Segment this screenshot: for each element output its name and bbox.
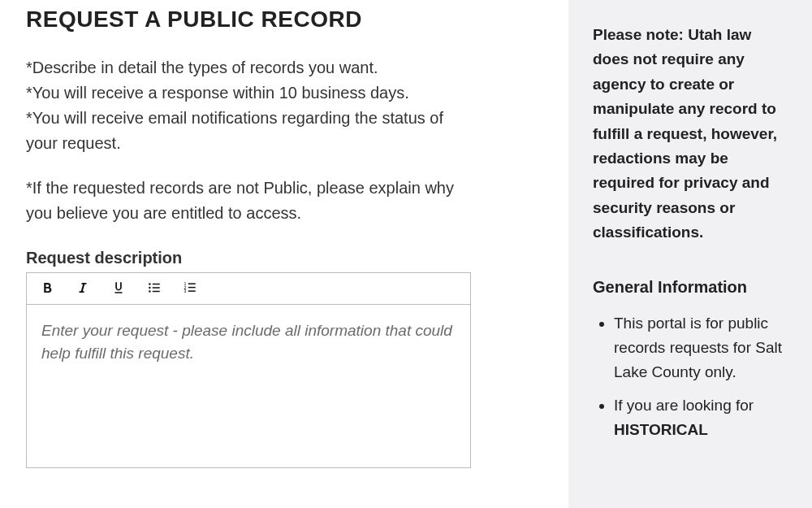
instruction-line: *Describe in detail the types of records… [26,55,471,80]
instruction-line: *You will receive email notifications re… [26,106,471,156]
svg-text:3: 3 [184,289,187,293]
svg-rect-3 [153,287,160,289]
svg-point-2 [149,286,150,288]
bold-icon [40,280,54,297]
underline-button[interactable] [110,280,127,297]
request-description-textarea[interactable]: Enter your request - please include all … [27,305,470,467]
bullet-list-icon [147,280,162,297]
request-description-label: Request description [26,249,471,267]
svg-point-0 [149,283,150,284]
editor-toolbar: 123 [27,273,470,305]
sidebar-note: Please note: Utah law does not require a… [593,23,788,245]
svg-rect-11 [188,290,196,292]
sidebar: Please note: Utah law does not require a… [568,0,812,508]
numbered-list-button[interactable]: 123 [181,280,199,297]
svg-rect-7 [188,283,196,284]
list-item: If you are looking for HISTORICAL [614,393,788,443]
list-item-text: If you are looking for [614,397,754,414]
editor-placeholder: Enter your request - please include all … [41,319,456,364]
instructions-block-1: *Describe in detail the types of records… [26,55,471,156]
bold-button[interactable] [38,280,56,297]
instruction-line: *You will receive a response within 10 b… [26,80,471,106]
svg-point-4 [149,290,150,292]
underline-icon [111,280,126,297]
list-item-bold: HISTORICAL [614,421,708,438]
instruction-line: *If the requested records are not Public… [26,176,471,226]
italic-icon [76,280,90,297]
sidebar-heading: General Information [593,278,788,297]
bullet-list-button[interactable] [145,280,163,297]
instructions-block-2: *If the requested records are not Public… [26,176,471,226]
svg-rect-5 [153,290,160,292]
svg-rect-1 [153,283,160,284]
page-title: REQUEST A PUBLIC RECORD [26,7,471,33]
numbered-list-icon: 123 [183,280,197,297]
request-description-editor: 123 Enter your request - please include … [26,272,471,468]
sidebar-list: This portal is for public records reques… [593,311,788,443]
svg-rect-9 [188,286,196,288]
list-item: This portal is for public records reques… [614,311,788,385]
italic-button[interactable] [74,280,92,297]
main-content: REQUEST A PUBLIC RECORD *Describe in det… [0,0,503,508]
